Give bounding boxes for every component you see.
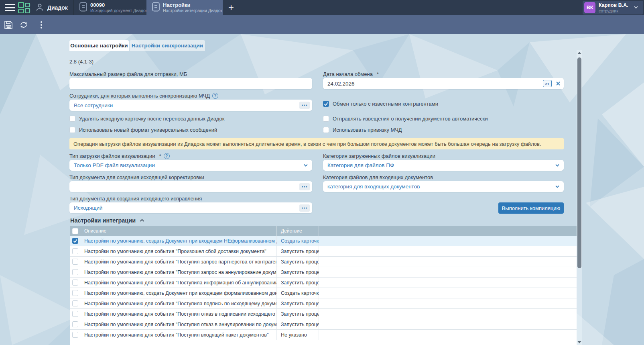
row-checkbox[interactable]	[72, 259, 78, 265]
fix-doc-label: Тип документа для создания исходящего ис…	[69, 196, 202, 202]
checkbox-delete-card[interactable]: Удалять исходную карточку после переноса…	[69, 116, 224, 122]
version-label: 2.8 (4.1-3)	[69, 59, 93, 65]
hamburger-menu-icon[interactable]	[3, 3, 17, 12]
select-all-checkbox[interactable]	[72, 228, 78, 234]
integration-table: Описание Действие Настройки по умолчанию…	[70, 226, 577, 345]
exchange-date-label: Дата начала обмена *	[323, 71, 379, 77]
tab-settings[interactable]: Настройки Настройки интеграции Диадок	[146, 0, 223, 15]
tab-document-title: 00090	[90, 2, 147, 8]
ellipsis-picker-icon[interactable]	[299, 183, 310, 190]
tab-document-00090[interactable]: 00090 Исходящий документ Диадок	[73, 0, 146, 15]
row-checkbox[interactable]	[72, 311, 78, 317]
row-action[interactable]: Не указано	[277, 330, 319, 340]
ellipsis-picker-icon[interactable]	[299, 204, 310, 212]
settings-panel: Основные настройки Настройки синхронизац…	[0, 34, 644, 345]
top-navigation-bar: Диадок 00090 Исходящий документ Диадок Н…	[0, 0, 644, 15]
chevron-down-icon[interactable]	[553, 181, 561, 192]
person-icon	[35, 3, 44, 13]
tab-main-settings[interactable]: Основные настройки	[69, 40, 129, 51]
table-row[interactable]: Настройки по умолчанию для события "Пост…	[70, 330, 577, 340]
table-row[interactable]: Настройки по умолчанию для события "Пост…	[70, 278, 577, 288]
table-row[interactable]: Настройки по умолчанию для события "Пост…	[70, 267, 577, 278]
exchange-date-value: 24.02.2026	[323, 81, 355, 87]
checkbox-icon[interactable]	[323, 101, 329, 107]
chevron-down-icon[interactable]	[302, 160, 310, 171]
refresh-button[interactable]	[18, 20, 29, 30]
ellipsis-picker-icon[interactable]	[299, 102, 310, 109]
checkbox-new-format[interactable]: Использовать новый формат универсальных …	[69, 127, 217, 133]
help-icon[interactable]: ?	[164, 153, 170, 159]
document-icon	[79, 2, 87, 13]
row-action[interactable]: Запустить процесс	[277, 267, 319, 277]
incoming-category-select[interactable]: категория для входящих документов	[323, 181, 564, 192]
apps-grid-icon[interactable]	[18, 2, 30, 14]
viz-category-label: Категория загруженных файлов визуализаци…	[323, 153, 435, 159]
table-row[interactable]: Настройки по умолчанию, создать Документ…	[70, 288, 577, 298]
chevron-down-icon[interactable]	[553, 160, 561, 171]
scroll-up-arrow[interactable]	[577, 52, 581, 54]
row-description: Настройки по умолчанию для события "Прои…	[80, 246, 277, 256]
employees-mchd-input[interactable]: Все сотрудники	[69, 100, 312, 111]
clear-date-icon[interactable]	[555, 80, 561, 87]
vertical-scrollbar[interactable]	[577, 50, 582, 345]
more-actions-button[interactable]	[36, 20, 47, 30]
row-action[interactable]: Запустить процесс	[277, 298, 319, 308]
calendar-icon[interactable]: 31	[543, 80, 552, 87]
row-checkbox[interactable]	[72, 321, 78, 327]
compile-button[interactable]: Выполнить компиляцию	[498, 202, 564, 214]
viz-type-select[interactable]: Только PDF файл визуализации	[69, 160, 312, 171]
max-file-size-input[interactable]	[69, 78, 312, 89]
checkbox-mchd-binding[interactable]: Использовать привязку МЧД	[323, 127, 402, 133]
collapse-icon[interactable]	[140, 219, 144, 222]
row-description: Настройки по умолчанию для события "Пост…	[80, 267, 277, 277]
row-action[interactable]: Запустить процесс	[277, 246, 319, 256]
row-checkbox[interactable]	[72, 238, 78, 244]
checkbox-icon[interactable]	[69, 127, 75, 133]
table-row[interactable]: Настройки по умолчанию для события "Пост…	[70, 319, 577, 330]
correction-doc-input[interactable]	[69, 181, 312, 192]
checkbox-icon[interactable]	[69, 116, 75, 122]
checkbox-icon[interactable]	[323, 127, 329, 133]
row-description: Настройки по умолчанию, создать Документ…	[80, 236, 277, 246]
viz-category-select[interactable]: Категория для файлов ПФ	[323, 160, 564, 171]
scrollbar-thumb[interactable]	[577, 57, 581, 268]
row-checkbox[interactable]	[72, 290, 78, 296]
tab-diadok-label: Диадок	[47, 4, 68, 11]
row-checkbox[interactable]	[72, 269, 78, 275]
row-checkbox[interactable]	[72, 300, 78, 306]
table-row[interactable]: Настройки по умолчанию, создать Документ…	[70, 236, 577, 246]
checkbox-known-counterparties[interactable]: Обмен только с известными контрагентами	[323, 101, 438, 107]
chevron-down-icon	[633, 4, 639, 11]
row-action[interactable]: Создать карточку	[277, 236, 319, 246]
checkbox-icon[interactable]	[323, 116, 329, 122]
exchange-date-input[interactable]: 24.02.2026 31	[323, 78, 564, 89]
row-checkbox[interactable]	[72, 248, 78, 254]
new-tab-button[interactable]: +	[224, 0, 238, 15]
employees-mchd-label: Сотрудники, для которых выполнять синхро…	[69, 93, 218, 99]
help-icon[interactable]: ?	[212, 93, 218, 99]
save-button[interactable]	[3, 20, 14, 30]
user-name: Карпов В.А.	[599, 2, 628, 8]
row-description: Настройки по умолчанию для события "Пост…	[80, 298, 277, 308]
column-description: Описание	[80, 228, 106, 234]
row-action[interactable]: Запустить процесс	[277, 257, 319, 267]
scroll-down-arrow[interactable]	[577, 341, 581, 343]
row-description: Настройки по умолчанию для события "Пост…	[80, 257, 277, 267]
tab-settings-subtitle: Настройки интеграции Диадок	[163, 8, 222, 13]
row-checkbox[interactable]	[72, 280, 78, 286]
checkbox-auto-notices[interactable]: Отправлять извещения о получении докумен…	[323, 116, 488, 122]
user-menu[interactable]: ВК Карпов В.А. сотрудник	[583, 1, 643, 14]
row-checkbox[interactable]	[72, 332, 78, 338]
row-action[interactable]: Запустить процесс	[277, 319, 319, 329]
table-row[interactable]: Настройки по умолчанию для события "Пост…	[70, 298, 577, 309]
tab-sync-settings[interactable]: Настройки синхронизации	[130, 40, 205, 51]
table-row[interactable]: Настройки по умолчанию для события "Пост…	[70, 309, 577, 319]
row-action[interactable]: Создать карточку	[277, 288, 319, 298]
row-action[interactable]: Запустить процесс	[277, 309, 319, 319]
fix-doc-input[interactable]: Исходящий	[69, 202, 312, 213]
table-row[interactable]: Настройки по умолчанию для события "Пост…	[70, 257, 577, 267]
tab-diadok[interactable]: Диадок	[32, 0, 72, 15]
row-action[interactable]: Запустить процесс	[277, 278, 319, 288]
app-window: Диадок 00090 Исходящий документ Диадок Н…	[0, 0, 644, 345]
table-row[interactable]: Настройки по умолчанию для события "Прои…	[70, 246, 577, 257]
